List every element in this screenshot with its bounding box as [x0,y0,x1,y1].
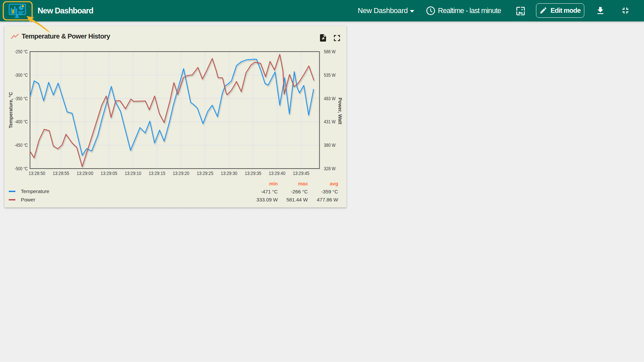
svg-text:13:29:00: 13:29:00 [77,170,94,176]
svg-text:13:29:30: 13:29:30 [221,170,237,176]
svg-text:Temperature, °C: Temperature, °C [8,92,13,128]
svg-text:-400 °C: -400 °C [15,119,28,124]
svg-text:13:29:20: 13:29:20 [173,170,190,176]
svg-text:-250 °C: -250 °C [15,49,28,54]
svg-text:-350 °C: -350 °C [15,96,28,101]
svg-text:431 W: 431 W [324,119,336,124]
svg-text:13:29:35: 13:29:35 [245,170,262,176]
svg-text:13:28:50: 13:28:50 [29,170,45,176]
svg-text:-450 °C: -450 °C [15,142,28,148]
svg-text:13:29:05: 13:29:05 [101,170,117,176]
svg-text:13:29:25: 13:29:25 [197,170,214,176]
svg-text:328 W: 328 W [324,166,336,171]
svg-text:13:29:40: 13:29:40 [269,170,285,176]
svg-text:13:29:10: 13:29:10 [125,170,142,176]
svg-text:Power, Watt: Power, Watt [337,98,343,124]
svg-text:586 W: 586 W [324,49,336,54]
svg-text:-300 °C: -300 °C [15,72,28,77]
svg-text:-500 °C: -500 °C [15,166,28,171]
svg-text:13:29:45: 13:29:45 [293,170,310,176]
svg-text:535 W: 535 W [324,72,336,77]
svg-text:380 W: 380 W [324,142,336,148]
svg-text:13:28:55: 13:28:55 [53,170,69,176]
svg-text:13:29:15: 13:29:15 [149,170,165,176]
svg-text:483 W: 483 W [324,96,336,101]
